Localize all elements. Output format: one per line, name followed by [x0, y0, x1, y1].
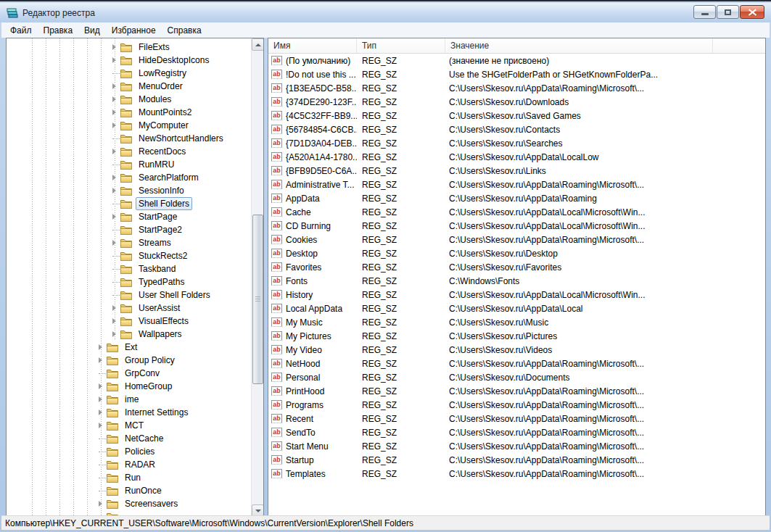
tree-item-visualeffects[interactable]: VisualEffects [7, 315, 251, 328]
list-row-bfb9d5e0-c6a[interactable]: ab{BFB9D5E0-C6A...REG_SZC:\Users\Skesov.… [268, 164, 765, 178]
tree-item-ext[interactable]: Ext [7, 341, 251, 354]
tree-item-fileexts[interactable]: FileExts [7, 41, 251, 54]
tree-item-runmru[interactable]: RunMRU [7, 158, 251, 171]
list-row-7d1d3a04-deb[interactable]: ab{7D1D3A04-DEB...REG_SZC:\Users\Skesov.… [268, 136, 765, 150]
expand-arrow-icon[interactable] [112, 331, 116, 337]
list-row-recent[interactable]: abRecentREG_SZC:\Users\Skesov.ru\AppData… [268, 412, 765, 425]
list-row-4c5c32ff-bb9[interactable]: ab{4C5C32FF-BB9...REG_SZC:\Users\Skesov.… [268, 109, 765, 122]
list-row-cache[interactable]: abCacheREG_SZC:\Users\Skesov.ru\AppData\… [268, 205, 765, 219]
tree-item-streams[interactable]: Streams [7, 236, 251, 249]
maximize-button[interactable] [717, 5, 739, 19]
list-row-sendto[interactable]: abSendToREG_SZC:\Users\Skesov.ru\AppData… [268, 425, 765, 439]
column-header-value[interactable]: Значение [445, 38, 713, 53]
tree-item-startpage[interactable]: StartPage [7, 210, 251, 223]
tree-item-userassist[interactable]: UserAssist [7, 302, 251, 315]
list-row-56784854-c6cb[interactable]: ab{56784854-C6CB...REG_SZC:\Users\Skesov… [268, 122, 765, 136]
list-row-desktop[interactable]: abDesktopREG_SZC:\Users\Skesov.ru\Deskto… [268, 246, 765, 260]
menu-item-help[interactable]: Справка [162, 23, 207, 38]
expand-arrow-icon[interactable] [112, 83, 116, 89]
list-row-printhood[interactable]: abPrintHoodREG_SZC:\Users\Skesov.ru\AppD… [268, 384, 765, 398]
tree-item-typedpaths[interactable]: TypedPaths [7, 275, 251, 288]
list-row-local-appdata[interactable]: abLocal AppDataREG_SZC:\Users\Skesov.ru\… [268, 302, 765, 315]
list-row-startup[interactable]: abStartupREG_SZC:\Users\Skesov.ru\AppDat… [268, 453, 765, 467]
list-row-history[interactable]: abHistoryREG_SZC:\Users\Skesov.ru\AppDat… [268, 288, 765, 302]
expand-arrow-icon[interactable] [112, 188, 116, 194]
list-row-1b3ea5dc-b58[interactable]: ab{1B3EA5DC-B58...REG_SZC:\Users\Skesov.… [268, 81, 765, 95]
close-button[interactable] [740, 5, 764, 19]
list-row-personal[interactable]: abPersonalREG_SZC:\Users\Skesov.ru\Docum… [268, 370, 765, 384]
list-row-cd-burning[interactable]: abCD BurningREG_SZC:\Users\Skesov.ru\App… [268, 219, 765, 233]
tree-item-group-policy[interactable]: Group Policy [7, 354, 251, 367]
tree-item-recentdocs[interactable]: RecentDocs [7, 145, 251, 158]
expand-arrow-icon[interactable] [112, 240, 116, 246]
tree-item-ime[interactable]: ime [7, 393, 251, 406]
tree-item-newshortcuthandlers[interactable]: NewShortcutHandlers [7, 132, 251, 145]
expand-arrow-icon[interactable] [112, 149, 116, 154]
menu-item-file[interactable]: Файл [4, 23, 38, 38]
tree-item-radar[interactable]: RADAR [7, 458, 251, 471]
list-row-[interactable]: ab(По умолчанию)REG_SZ(значение не присв… [268, 54, 765, 67]
expand-arrow-icon[interactable] [112, 175, 116, 180]
tree-item-netcache[interactable]: NetCache [7, 432, 251, 445]
list-row-start-menu[interactable]: abStart MenuREG_SZC:\Users\Skesov.ru\App… [268, 439, 765, 453]
tree-item-policies[interactable]: Policies [7, 445, 251, 458]
expand-arrow-icon[interactable] [99, 357, 102, 363]
tree-item-modules[interactable]: Modules [7, 93, 251, 106]
expand-arrow-icon[interactable] [112, 109, 116, 115]
tree-item-taskband[interactable]: Taskband [7, 262, 251, 275]
expand-arrow-icon[interactable] [112, 57, 116, 63]
tree-item-homegroup[interactable]: HomeGroup [7, 380, 251, 393]
list-row-my-music[interactable]: abMy MusicREG_SZC:\Users\Skesov.ru\Music [268, 315, 765, 329]
tree-item-run[interactable]: Run [7, 471, 251, 484]
tree-item-screensavers[interactable]: Screensavers [7, 497, 251, 510]
tree-item-lowregistry[interactable]: LowRegistry [7, 67, 251, 80]
column-header-type[interactable]: Тип [357, 38, 445, 53]
minimize-button[interactable] [693, 5, 716, 19]
tree-item-stuckrects2[interactable]: StuckRects2 [7, 249, 251, 262]
tree-item-searchplatform[interactable]: SearchPlatform [7, 171, 251, 184]
expand-arrow-icon[interactable] [112, 44, 116, 50]
expand-arrow-icon[interactable] [99, 410, 102, 415]
scrollbar-thumb[interactable] [252, 215, 263, 384]
column-header-name[interactable]: Имя [268, 38, 357, 53]
expand-arrow-icon[interactable] [99, 344, 102, 350]
list-row-programs[interactable]: abProgramsREG_SZC:\Users\Skesov.ru\AppDa… [268, 398, 765, 412]
tree-item-sessioninfo[interactable]: SessionInfo [7, 184, 251, 197]
tree-item-wallpapers[interactable]: Wallpapers [7, 328, 251, 341]
expand-arrow-icon[interactable] [99, 423, 102, 428]
tree-item-mountpoints2[interactable]: MountPoints2 [7, 106, 251, 119]
title-bar[interactable]: Редактор реестра [0, 3, 771, 22]
list-row-cookies[interactable]: abCookiesREG_SZC:\Users\Skesov.ru\AppDat… [268, 233, 765, 246]
expand-arrow-icon[interactable] [99, 396, 102, 402]
tree-vertical-scrollbar[interactable] [251, 38, 263, 517]
list-row-374de290-123f[interactable]: ab{374DE290-123F...REG_SZC:\Users\Skesov… [268, 95, 765, 109]
list-row-appdata[interactable]: abAppDataREG_SZC:\Users\Skesov.ru\AppDat… [268, 191, 765, 205]
tree-item-menuorder[interactable]: MenuOrder [7, 80, 251, 93]
tree-item-hidedesktopicons[interactable]: HideDesktopIcons [7, 54, 251, 67]
expand-arrow-icon[interactable] [112, 318, 116, 324]
menu-item-favorites[interactable]: Избранное [106, 23, 162, 38]
tree-item-mycomputer[interactable]: MyComputer [7, 119, 251, 132]
tree-item-mct[interactable]: MCT [7, 419, 251, 432]
list-row-nethood[interactable]: abNetHoodREG_SZC:\Users\Skesov.ru\AppDat… [268, 357, 765, 370]
tree-item-user-shell-folders[interactable]: User Shell Folders [7, 288, 251, 302]
expand-arrow-icon[interactable] [112, 305, 116, 311]
list-row-templates[interactable]: abTemplatesREG_SZC:\Users\Skesov.ru\AppD… [268, 467, 765, 481]
list-row-fonts[interactable]: abFontsREG_SZC:\Windows\Fonts [268, 274, 765, 288]
tree-item-startpage2[interactable]: StartPage2 [7, 223, 251, 236]
expand-arrow-icon[interactable] [99, 501, 102, 507]
tree-item-shell-folders[interactable]: Shell Folders [7, 197, 251, 210]
expand-arrow-icon[interactable] [112, 214, 116, 220]
list-row-my-pictures[interactable]: abMy PicturesREG_SZC:\Users\Skesov.ru\Pi… [268, 329, 765, 343]
menu-item-edit[interactable]: Правка [38, 23, 79, 38]
list-row-administrative-t[interactable]: abAdministrative T...REG_SZC:\Users\Skes… [268, 178, 765, 191]
scroll-up-button[interactable] [252, 38, 264, 51]
list-row-do-not-use-this[interactable]: ab!Do not use this ...REG_SZUse the SHGe… [268, 67, 765, 81]
list-row-a520a1a4-1780[interactable]: ab{A520A1A4-1780...REG_SZC:\Users\Skesov… [268, 150, 765, 164]
expand-arrow-icon[interactable] [112, 122, 116, 128]
tree-item-runonce[interactable]: RunOnce [7, 484, 251, 497]
expand-arrow-icon[interactable] [112, 96, 116, 102]
tree-item-grpconv[interactable]: GrpConv [7, 367, 251, 380]
menu-item-view[interactable]: Вид [78, 23, 106, 38]
list-row-my-video[interactable]: abMy VideoREG_SZC:\Users\Skesov.ru\Video… [268, 343, 765, 357]
